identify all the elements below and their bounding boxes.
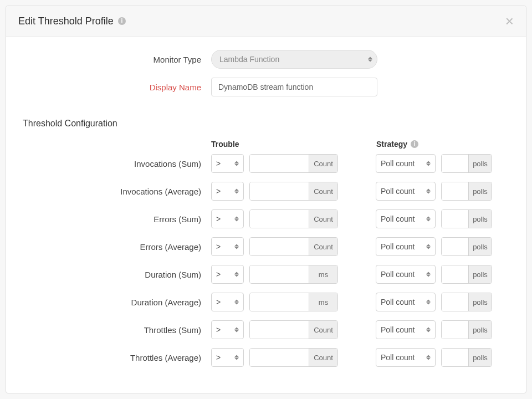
- chevron-updown-icon: [234, 217, 239, 222]
- polls-unit: polls: [468, 182, 492, 200]
- polls-input[interactable]: polls: [441, 320, 492, 339]
- strategy-column-header: Strategy i: [376, 140, 504, 149]
- operator-select[interactable]: >: [211, 209, 244, 228]
- info-icon[interactable]: i: [411, 140, 418, 148]
- polls-input[interactable]: polls: [441, 182, 492, 201]
- row-label: Invocations (Average): [23, 187, 211, 196]
- polls-input[interactable]: polls: [441, 265, 492, 284]
- polls-unit: polls: [468, 265, 492, 283]
- unit-label: Count: [309, 321, 337, 339]
- threshold-row: Duration (Average) > ms Poll count polls: [23, 293, 509, 311]
- strategy-select[interactable]: Poll count: [376, 320, 436, 339]
- row-label: Duration (Average): [23, 298, 211, 307]
- threshold-row: Duration (Sum) > ms Poll count polls: [23, 265, 509, 284]
- unit-label: Count: [309, 349, 337, 366]
- threshold-row: Throttles (Average) > Count Poll count p…: [23, 348, 509, 367]
- threshold-profile-panel: Edit Threshold Profile i × Monitor Type …: [6, 6, 526, 393]
- chevron-updown-icon: [426, 272, 431, 277]
- monitor-type-label: Monitor Type: [23, 55, 211, 64]
- trouble-value-input[interactable]: Count: [249, 237, 338, 256]
- chevron-updown-icon: [426, 355, 431, 360]
- threshold-config-heading: Threshold Configuration: [23, 119, 509, 129]
- strategy-select[interactable]: Poll count: [376, 348, 436, 367]
- polls-input[interactable]: polls: [441, 154, 492, 173]
- operator-select[interactable]: >: [211, 348, 244, 367]
- chevron-updown-icon: [234, 328, 239, 332]
- chevron-updown-icon: [234, 161, 239, 166]
- unit-label: Count: [309, 210, 337, 228]
- unit-label: Count: [309, 182, 337, 200]
- operator-select[interactable]: >: [211, 293, 244, 311]
- strategy-select[interactable]: Poll count: [376, 154, 436, 173]
- polls-unit: polls: [468, 321, 492, 339]
- threshold-row: Errors (Average) > Count Poll count poll…: [23, 237, 509, 256]
- row-label: Errors (Average): [23, 242, 211, 252]
- chevron-updown-icon: [426, 189, 431, 194]
- unit-label: ms: [309, 293, 337, 311]
- row-label: Throttles (Average): [23, 353, 211, 362]
- row-label: Invocations (Sum): [23, 159, 211, 168]
- strategy-column-label: Strategy: [376, 140, 407, 149]
- trouble-column-header: Trouble: [211, 140, 339, 149]
- panel-header: Edit Threshold Profile i ×: [6, 6, 526, 37]
- chevron-updown-icon: [234, 355, 239, 360]
- trouble-value-input[interactable]: Count: [249, 182, 338, 201]
- strategy-select[interactable]: Poll count: [376, 182, 436, 201]
- polls-input[interactable]: polls: [441, 209, 492, 228]
- trouble-value-input[interactable]: Count: [249, 320, 338, 339]
- polls-input[interactable]: polls: [441, 348, 492, 367]
- chevron-updown-icon: [234, 272, 239, 277]
- polls-input[interactable]: polls: [441, 237, 492, 256]
- chevron-updown-icon: [234, 189, 239, 194]
- trouble-value-input[interactable]: ms: [249, 293, 338, 311]
- strategy-select[interactable]: Poll count: [376, 237, 436, 256]
- operator-select[interactable]: >: [211, 182, 244, 201]
- polls-unit: polls: [468, 238, 492, 255]
- row-label: Duration (Sum): [23, 270, 211, 279]
- strategy-select[interactable]: Poll count: [376, 293, 436, 311]
- chevron-updown-icon: [426, 300, 431, 305]
- trouble-value-input[interactable]: Count: [249, 348, 338, 367]
- trouble-value-input[interactable]: Count: [249, 209, 338, 228]
- chevron-updown-icon: [234, 300, 239, 305]
- monitor-type-value: Lambda Function: [219, 55, 279, 64]
- polls-unit: polls: [468, 210, 492, 228]
- strategy-select[interactable]: Poll count: [376, 265, 436, 284]
- chevron-updown-icon: [426, 217, 431, 222]
- chevron-updown-icon: [426, 244, 431, 249]
- unit-label: Count: [309, 238, 337, 255]
- operator-select[interactable]: >: [211, 320, 244, 339]
- threshold-row: Errors (Sum) > Count Poll count polls: [23, 209, 509, 228]
- trouble-value-input[interactable]: Count: [249, 154, 338, 173]
- unit-label: Count: [309, 155, 337, 172]
- threshold-row: Invocations (Sum) > Count Poll count pol…: [23, 154, 509, 173]
- trouble-value-input[interactable]: ms: [249, 265, 338, 284]
- chevron-updown-icon: [426, 328, 431, 332]
- operator-select[interactable]: >: [211, 265, 244, 284]
- close-icon[interactable]: ×: [505, 14, 514, 28]
- row-label: Throttles (Sum): [23, 325, 211, 335]
- chevron-updown-icon: [426, 161, 431, 166]
- unit-label: ms: [309, 265, 337, 283]
- operator-select[interactable]: >: [211, 237, 244, 256]
- panel-body: Monitor Type Lambda Function Display Nam…: [6, 37, 526, 393]
- polls-unit: polls: [468, 293, 492, 311]
- chevron-updown-icon: [368, 57, 372, 62]
- threshold-row: Invocations (Average) > Count Poll count…: [23, 182, 509, 201]
- row-label: Errors (Sum): [23, 214, 211, 224]
- strategy-select[interactable]: Poll count: [376, 209, 436, 228]
- info-icon[interactable]: i: [118, 17, 126, 25]
- chevron-updown-icon: [234, 244, 239, 249]
- polls-input[interactable]: polls: [441, 293, 492, 311]
- threshold-row: Throttles (Sum) > Count Poll count polls: [23, 320, 509, 339]
- polls-unit: polls: [468, 155, 492, 172]
- panel-title: Edit Threshold Profile: [18, 16, 114, 27]
- polls-unit: polls: [468, 349, 492, 366]
- operator-select[interactable]: >: [211, 154, 244, 173]
- monitor-type-select[interactable]: Lambda Function: [211, 50, 377, 69]
- display-name-label: Display Name: [23, 83, 211, 92]
- display-name-input[interactable]: [211, 78, 377, 96]
